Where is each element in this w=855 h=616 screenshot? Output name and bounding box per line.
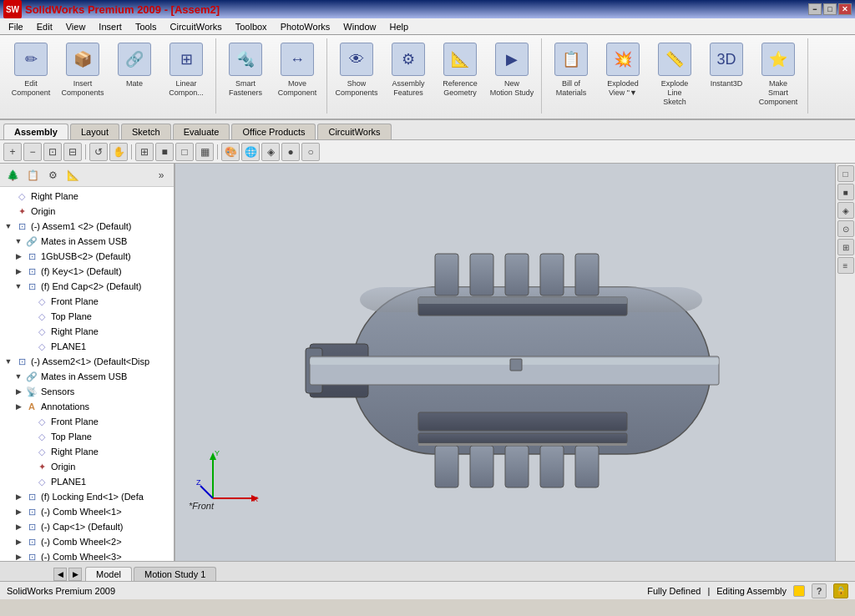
display-states-button-right[interactable]: ⊞ bbox=[837, 239, 854, 255]
scroll-right-button[interactable]: ▶ bbox=[68, 568, 82, 581]
help-button[interactable]: ? bbox=[812, 583, 827, 598]
tree-item-right-plane[interactable]: ◇ Right Plane bbox=[0, 189, 174, 204]
ambient-occlusion-button[interactable]: ○ bbox=[301, 143, 320, 161]
tab-assembly[interactable]: Assembly bbox=[3, 124, 68, 139]
tree-item-front-plane-1[interactable]: ◇ Front Plane bbox=[0, 294, 174, 309]
realview-button[interactable]: ● bbox=[281, 143, 300, 161]
new-motion-study-button[interactable]: ▶ NewMotion Study bbox=[486, 38, 538, 109]
move-component-button[interactable]: ↔ MoveComponent bbox=[271, 38, 323, 109]
menu-file[interactable]: File bbox=[2, 20, 30, 33]
insert-components-button[interactable]: 📦 InsertComponents bbox=[57, 38, 109, 109]
tree-item-annotations[interactable]: ▶ A Annotations bbox=[0, 399, 174, 414]
rotate-button[interactable]: ↺ bbox=[89, 143, 108, 161]
scroll-left-button[interactable]: ◀ bbox=[53, 568, 67, 581]
make-smart-component-button[interactable]: ⭐ MakeSmartComponent bbox=[752, 38, 804, 109]
bill-of-materials-button[interactable]: 📋 Bill ofMaterials bbox=[545, 38, 597, 109]
gold-lock-button[interactable]: 🔒 bbox=[833, 583, 848, 598]
menu-help[interactable]: Help bbox=[382, 20, 415, 33]
maximize-button[interactable]: □ bbox=[823, 3, 837, 15]
menu-toolbox[interactable]: Toolbox bbox=[229, 20, 274, 33]
exploded-view-button[interactable]: 💥 ExplodedView "▼ bbox=[597, 38, 649, 109]
dim-xpert-button[interactable]: 📐 bbox=[63, 166, 82, 184]
menu-tools[interactable]: Tools bbox=[129, 20, 164, 33]
tree-item-top-plane-2[interactable]: ◇ Top Plane bbox=[0, 429, 174, 444]
shaded-button[interactable]: ■ bbox=[155, 143, 174, 161]
tree-item-1gbusb[interactable]: ▶ ⊡ 1GbUSB<2> (Default) bbox=[0, 249, 174, 264]
scene-button-right[interactable]: ⊙ bbox=[837, 220, 854, 237]
menu-view[interactable]: View bbox=[59, 20, 93, 33]
linear-compon-button[interactable]: ⊞ LinearCompon... bbox=[160, 38, 212, 109]
zoom-extents-button[interactable]: ⊡ bbox=[43, 143, 62, 161]
property-manager-button[interactable]: 📋 bbox=[23, 166, 42, 184]
menu-edit[interactable]: Edit bbox=[30, 20, 59, 33]
expand-panel-button[interactable]: » bbox=[152, 166, 170, 184]
display-states-button[interactable]: ◈ bbox=[261, 143, 280, 161]
tree-item-top-plane-1[interactable]: ◇ Top Plane bbox=[0, 309, 174, 324]
menu-photoworks[interactable]: PhotoWorks bbox=[274, 20, 337, 33]
status-separator: | bbox=[707, 586, 710, 596]
appearances-button-right[interactable]: ◈ bbox=[837, 202, 854, 219]
configuration-manager-button[interactable]: ⚙ bbox=[43, 166, 62, 184]
tab-sketch[interactable]: Sketch bbox=[121, 124, 171, 139]
svg-rect-18 bbox=[418, 433, 627, 443]
zoom-window-button[interactable]: ⊟ bbox=[63, 143, 82, 161]
3d-viewport[interactable]: Y X Z *Front bbox=[175, 164, 835, 561]
tab-office-products[interactable]: Office Products bbox=[231, 124, 316, 139]
tree-item-plane1-2[interactable]: ◇ PLANE1 bbox=[0, 474, 174, 489]
tree-item-comb-wheel2[interactable]: ▶ ⊡ (-) Comb Wheel<2> bbox=[0, 534, 174, 549]
tree-item-mates-assem1[interactable]: ▼ 🔗 Mates in Assem USB bbox=[0, 234, 174, 249]
view-palette-button[interactable]: □ bbox=[837, 165, 854, 182]
tree-item-sensors[interactable]: ▶ 📡 Sensors bbox=[0, 384, 174, 399]
tree-item-assem2[interactable]: ▼ ⊡ (-) Assem2<1> (Default<Disp bbox=[0, 354, 174, 369]
zoom-out-button[interactable]: − bbox=[23, 143, 42, 161]
wireframe-button[interactable]: □ bbox=[175, 143, 194, 161]
reference-geometry-button[interactable]: 📐 ReferenceGeometry bbox=[434, 38, 486, 109]
appearances-button[interactable]: 🎨 bbox=[221, 143, 240, 161]
assembly-features-button[interactable]: ⚙ AssemblyFeatures bbox=[382, 38, 434, 109]
scene-button[interactable]: 🌐 bbox=[241, 143, 260, 161]
tree-item-comb-wheel1[interactable]: ▶ ⊡ (-) Comb Wheel<1> bbox=[0, 504, 174, 519]
viewport-view-name: *Front bbox=[189, 501, 214, 511]
minimize-button[interactable]: − bbox=[808, 3, 822, 15]
tab-evaluate[interactable]: Evaluate bbox=[173, 124, 230, 139]
menu-circuitworks[interactable]: CircuitWorks bbox=[164, 20, 229, 33]
tree-item-locking-end[interactable]: ▶ ⊡ (f) Locking End<1> (Defa bbox=[0, 489, 174, 504]
expand-icon: ▼ bbox=[3, 221, 13, 231]
tree-item-origin[interactable]: ✦ Origin bbox=[0, 204, 174, 219]
mate-button[interactable]: 🔗 Mate bbox=[109, 38, 160, 109]
bottom-tab-model[interactable]: Model bbox=[85, 567, 132, 581]
bottom-tab-bar: ◀ ▶ Model Motion Study 1 bbox=[0, 561, 855, 581]
view-orientation-button[interactable]: ⊞ bbox=[135, 143, 154, 161]
tree-item-front-plane-2[interactable]: ◇ Front Plane bbox=[0, 414, 174, 429]
tree-item-key1[interactable]: ▶ ⊡ (f) Key<1> (Default) bbox=[0, 264, 174, 279]
tree-item-cap1[interactable]: ▶ ⊡ (-) Cap<1> (Default) bbox=[0, 519, 174, 534]
menu-window[interactable]: Window bbox=[336, 20, 382, 33]
zoom-in-button[interactable]: + bbox=[3, 143, 22, 161]
smart-fasteners-button[interactable]: 🔩 SmartFasteners bbox=[220, 38, 271, 109]
pan-button[interactable]: ✋ bbox=[109, 143, 128, 161]
instant3d-button[interactable]: 3D Instant3D bbox=[701, 38, 752, 109]
materials-button[interactable]: ■ bbox=[837, 184, 854, 200]
feature-manager-button[interactable]: 🌲 bbox=[3, 166, 22, 184]
tree-item-right-plane-1[interactable]: ◇ Right Plane bbox=[0, 324, 174, 339]
edit-component-button[interactable]: ✏ EditComponent bbox=[5, 38, 57, 109]
make-smart-component-label: MakeSmartComponent bbox=[759, 79, 798, 106]
menu-insert[interactable]: Insert bbox=[92, 20, 129, 33]
section-view-button[interactable]: ▦ bbox=[195, 143, 214, 161]
show-components-button[interactable]: 👁 ShowComponents bbox=[331, 38, 382, 109]
tree-label: Right Plane bbox=[51, 326, 99, 336]
tree-item-mates-assem2[interactable]: ▼ 🔗 Mates in Assem USB bbox=[0, 369, 174, 384]
tree-item-plane1-1[interactable]: ◇ PLANE1 bbox=[0, 339, 174, 354]
main-toolbar: ✏ EditComponent 📦 InsertComponents 🔗 Mat… bbox=[0, 35, 855, 120]
tree-item-origin-2[interactable]: ✦ Origin bbox=[0, 459, 174, 474]
tree-item-comb-wheel3[interactable]: ▶ ⊡ (-) Comb Wheel<3> bbox=[0, 549, 174, 561]
bottom-tab-motion-study[interactable]: Motion Study 1 bbox=[134, 567, 216, 581]
custom-properties-button[interactable]: ≡ bbox=[837, 257, 854, 274]
close-button[interactable]: ✕ bbox=[838, 3, 852, 15]
explode-line-sketch-button[interactable]: 📏 ExplodeLineSketch bbox=[649, 38, 701, 109]
tab-circuitworks[interactable]: CircuitWorks bbox=[317, 124, 391, 139]
tree-item-right-plane-2[interactable]: ◇ Right Plane bbox=[0, 444, 174, 459]
tab-layout[interactable]: Layout bbox=[70, 124, 119, 139]
tree-item-endcap2[interactable]: ▼ ⊡ (f) End Cap<2> (Default) bbox=[0, 279, 174, 294]
tree-item-assem1[interactable]: ▼ ⊡ (-) Assem1 <2> (Default) bbox=[0, 219, 174, 234]
